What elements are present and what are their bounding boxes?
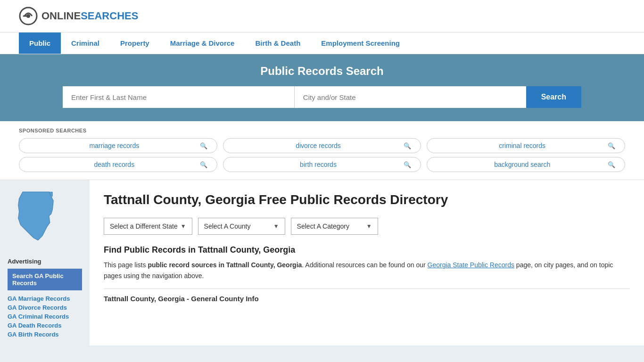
hero-title: Public Records Search bbox=[19, 65, 625, 78]
sidebar-ad-label: Advertising bbox=[8, 258, 82, 265]
content-area: Tattnall County, Georgia Free Public Rec… bbox=[90, 180, 644, 346]
page-title: Tattnall County, Georgia Free Public Rec… bbox=[104, 191, 630, 208]
chevron-down-icon-state: ▼ bbox=[181, 223, 186, 230]
tag-criminal-records[interactable]: criminal records 🔍 bbox=[427, 138, 625, 153]
dropdowns-row: Select a Different State ▼ Select A Coun… bbox=[104, 218, 630, 235]
nav-item-employment[interactable]: Employment Screening bbox=[311, 33, 410, 54]
logo[interactable]: ONLINESEARCHES bbox=[19, 7, 138, 25]
logo-icon bbox=[19, 7, 38, 25]
search-button[interactable]: Search bbox=[526, 86, 581, 108]
main-nav: Public Criminal Property Marriage & Divo… bbox=[0, 33, 644, 54]
nav-item-birth-death[interactable]: Birth & Death bbox=[245, 33, 311, 54]
nav-item-public[interactable]: Public bbox=[19, 33, 61, 54]
search-icon-3: 🔍 bbox=[608, 142, 615, 149]
sponsored-row-1: marriage records 🔍 divorce records 🔍 cri… bbox=[19, 138, 625, 153]
location-input[interactable] bbox=[295, 86, 526, 108]
sponsored-section: SPONSORED SEARCHES marriage records 🔍 di… bbox=[0, 121, 644, 180]
chevron-down-icon-category: ▼ bbox=[366, 223, 372, 230]
find-description: This page lists public record sources in… bbox=[104, 260, 630, 281]
sidebar-link-marriage[interactable]: GA Marriage Records bbox=[8, 295, 82, 302]
tag-death-records[interactable]: death records 🔍 bbox=[19, 157, 217, 172]
tag-marriage-records[interactable]: marriage records 🔍 bbox=[19, 138, 217, 153]
main-content: Advertising Search GA Public Records GA … bbox=[0, 180, 644, 346]
nav-item-criminal[interactable]: Criminal bbox=[61, 33, 110, 54]
nav-item-property[interactable]: Property bbox=[110, 33, 160, 54]
sidebar-link-birth[interactable]: GA Birth Records bbox=[8, 331, 82, 338]
state-dropdown[interactable]: Select a Different State ▼ bbox=[104, 218, 192, 235]
search-icon-4: 🔍 bbox=[200, 161, 207, 168]
sidebar-link-criminal[interactable]: GA Criminal Records bbox=[8, 313, 82, 320]
sponsored-tags: marriage records 🔍 divorce records 🔍 cri… bbox=[19, 138, 625, 172]
state-map bbox=[8, 188, 82, 250]
hero-banner: Public Records Search Search bbox=[0, 54, 644, 121]
sponsored-row-2: death records 🔍 birth records 🔍 backgrou… bbox=[19, 157, 625, 172]
search-icon-1: 🔍 bbox=[200, 142, 207, 149]
sidebar-links: GA Marriage Records GA Divorce Records G… bbox=[8, 295, 82, 338]
nav-item-marriage-divorce[interactable]: Marriage & Divorce bbox=[160, 33, 245, 54]
sidebar-ad-box[interactable]: Search GA Public Records bbox=[8, 269, 82, 290]
county-info-heading: Tattnall County, Georgia - General Count… bbox=[104, 288, 630, 303]
search-form: Search bbox=[63, 86, 581, 108]
tag-birth-records[interactable]: birth records 🔍 bbox=[223, 157, 421, 172]
georgia-map-svg bbox=[8, 188, 64, 249]
sidebar-link-death[interactable]: GA Death Records bbox=[8, 322, 82, 329]
sidebar-link-divorce[interactable]: GA Divorce Records bbox=[8, 304, 82, 311]
category-dropdown[interactable]: Select A Category ▼ bbox=[291, 218, 378, 235]
tag-background-search[interactable]: background search 🔍 bbox=[427, 157, 625, 172]
tag-divorce-records[interactable]: divorce records 🔍 bbox=[223, 138, 421, 153]
county-dropdown[interactable]: Select A County ▼ bbox=[198, 218, 285, 235]
search-icon-2: 🔍 bbox=[404, 142, 411, 149]
sponsored-label: SPONSORED SEARCHES bbox=[19, 128, 625, 133]
chevron-down-icon-county: ▼ bbox=[273, 223, 279, 230]
name-input[interactable] bbox=[63, 86, 295, 108]
sidebar: Advertising Search GA Public Records GA … bbox=[0, 180, 90, 346]
find-heading: Find Public Records in Tattnall County, … bbox=[104, 245, 630, 255]
search-icon-5: 🔍 bbox=[404, 161, 411, 168]
site-header: ONLINESEARCHES bbox=[0, 0, 644, 33]
logo-text: ONLINESEARCHES bbox=[41, 10, 138, 22]
search-icon-6: 🔍 bbox=[608, 161, 615, 168]
georgia-state-records-link[interactable]: Georgia State Public Records bbox=[428, 261, 514, 269]
